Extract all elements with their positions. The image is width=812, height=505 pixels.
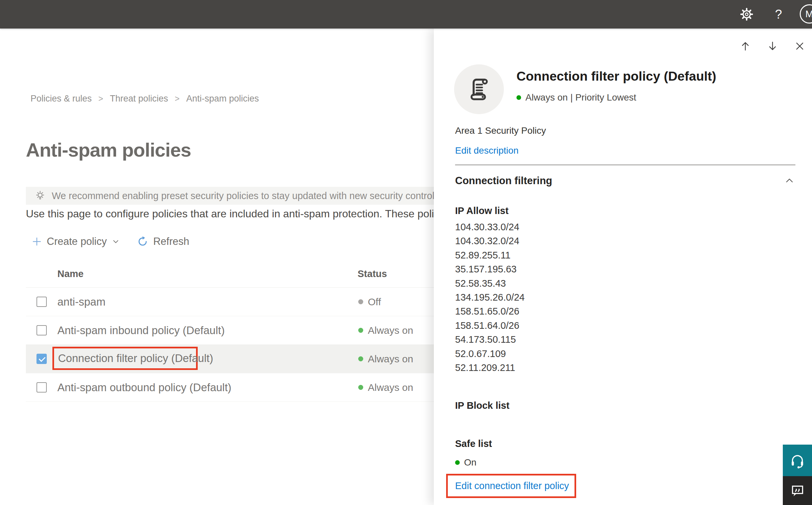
- status-dot: [358, 328, 363, 333]
- panel-title: Connection filter policy (Default): [517, 69, 795, 83]
- column-header-status[interactable]: Status: [358, 269, 387, 279]
- ip-block-list-heading: IP Block list: [455, 400, 510, 411]
- top-app-bar: ? M: [0, 0, 812, 28]
- status-dot-green: [517, 95, 521, 100]
- table-row-inbound-policy[interactable]: Anti-spam inbound policy (Default) Alway…: [26, 316, 444, 345]
- annotation-highlight-box: Edit connection filter policy: [446, 474, 576, 498]
- create-policy-button[interactable]: Create policy: [32, 235, 120, 247]
- policy-name-link[interactable]: Connection filter policy (Default): [58, 352, 213, 365]
- status-cell: Off: [358, 296, 381, 308]
- breadcrumb-separator: >: [175, 94, 180, 104]
- arrow-up-icon: [740, 40, 751, 52]
- ip-allow-list: 104.30.33.0/24 104.30.32.0/24 52.89.255.…: [455, 220, 525, 375]
- status-label: Always on: [368, 325, 413, 336]
- safe-list-status-text: On: [464, 457, 476, 468]
- chevron-down-icon: [112, 237, 120, 245]
- ip-entry: 52.58.35.43: [455, 277, 525, 290]
- policy-name-link[interactable]: Anti-spam outbound policy (Default): [57, 381, 231, 394]
- section-title-connection-filtering: Connection filtering: [455, 175, 552, 187]
- support-button[interactable]: [783, 445, 812, 476]
- help-button[interactable]: ?: [770, 6, 787, 23]
- panel-status-text: Always on | Priority Lowest: [526, 92, 636, 103]
- plus-icon: [32, 236, 42, 246]
- status-dot-green: [455, 460, 460, 465]
- status-label: Always on: [368, 382, 413, 393]
- safe-list-status: On: [455, 457, 476, 468]
- policy-details-panel: Connection filter policy (Default) Alway…: [434, 28, 812, 505]
- next-item-button[interactable]: [766, 40, 779, 52]
- row-checkbox[interactable]: [36, 325, 47, 335]
- feedback-bubble-icon: [790, 483, 805, 498]
- help-icon: ?: [775, 7, 782, 22]
- breadcrumb-anti-spam-policies: Anti-spam policies: [186, 94, 259, 104]
- row-checkbox[interactable]: [36, 354, 47, 364]
- lightbulb-icon: [34, 190, 46, 201]
- avatar-initial: M: [805, 9, 812, 20]
- breadcrumb: Policies & rules > Threat policies > Ant…: [30, 94, 259, 104]
- breadcrumb-policies-rules[interactable]: Policies & rules: [30, 94, 92, 104]
- ip-entry: 134.195.26.0/24: [455, 290, 525, 304]
- page-title: Anti-spam policies: [26, 139, 191, 161]
- table-row-outbound-policy[interactable]: Anti-spam outbound policy (Default) Alwa…: [26, 373, 444, 402]
- ip-entry: 104.30.32.0/24: [455, 234, 525, 248]
- status-label: Off: [368, 296, 381, 308]
- headset-icon: [789, 453, 805, 469]
- status-cell: Always on: [358, 382, 413, 393]
- divider: [455, 165, 795, 165]
- arrow-down-icon: [767, 40, 778, 52]
- status-cell: Always on: [358, 325, 413, 336]
- page-description: Use this page to configure policies that…: [26, 208, 444, 220]
- row-checkbox[interactable]: [36, 382, 47, 392]
- toolbar: Create policy Refresh: [32, 232, 189, 251]
- feedback-button[interactable]: [783, 476, 812, 505]
- ip-entry: 54.173.50.115: [455, 332, 525, 346]
- policy-description-text: Area 1 Security Policy: [455, 126, 546, 136]
- ip-entry: 52.0.67.109: [455, 347, 525, 361]
- ip-entry: 52.11.209.211: [455, 361, 525, 375]
- refresh-icon: [137, 236, 148, 247]
- ip-entry: 158.51.65.0/26: [455, 304, 525, 318]
- panel-status-line: Always on | Priority Lowest: [517, 92, 636, 103]
- policy-table: anti-spam Off Anti-spam inbound policy (…: [26, 288, 444, 402]
- screen: ? M Policies & rules > Threat policies >…: [0, 0, 812, 505]
- ip-entry: 158.51.64.0/26: [455, 319, 525, 332]
- recommendation-banner: We recommend enabling preset security po…: [26, 187, 444, 205]
- status-dot: [358, 385, 363, 390]
- status-dot: [358, 299, 363, 304]
- row-checkbox[interactable]: [36, 297, 47, 307]
- ip-allow-list-heading: IP Allow list: [455, 205, 509, 216]
- close-icon: [794, 41, 805, 51]
- status-dot: [358, 356, 363, 361]
- ip-entry: 35.157.195.63: [455, 262, 525, 276]
- collapse-section-button[interactable]: [783, 174, 796, 187]
- table-header: Name Status: [26, 259, 444, 288]
- table-row-connection-filter-policy[interactable]: Connection filter policy (Default) Alway…: [26, 345, 444, 373]
- status-cell: Always on: [358, 353, 413, 365]
- breadcrumb-threat-policies[interactable]: Threat policies: [110, 94, 168, 104]
- policy-name-link[interactable]: Anti-spam inbound policy (Default): [57, 324, 225, 337]
- panel-nav: [739, 40, 806, 52]
- close-panel-button[interactable]: [793, 40, 806, 52]
- settings-button[interactable]: [738, 6, 755, 23]
- gear-icon: [740, 7, 754, 21]
- previous-item-button[interactable]: [739, 40, 752, 52]
- edit-description-link[interactable]: Edit description: [455, 145, 519, 156]
- ip-entry: 104.30.33.0/24: [455, 220, 525, 234]
- column-header-name[interactable]: Name: [57, 269, 83, 279]
- chevron-up-icon: [785, 176, 794, 185]
- status-label: Always on: [368, 353, 413, 365]
- table-row-anti-spam[interactable]: anti-spam Off: [26, 288, 444, 316]
- banner-text: We recommend enabling preset security po…: [52, 190, 444, 201]
- ip-entry: 52.89.255.11: [455, 248, 525, 262]
- edit-connection-filter-policy-link[interactable]: Edit connection filter policy: [455, 480, 569, 491]
- annotation-highlight-box: Connection filter policy (Default): [52, 347, 198, 370]
- account-avatar[interactable]: M: [800, 4, 812, 24]
- policy-icon-circle: [454, 64, 504, 114]
- refresh-button[interactable]: Refresh: [137, 235, 189, 247]
- breadcrumb-separator: >: [98, 94, 104, 104]
- safe-list-heading: Safe list: [455, 438, 492, 449]
- scroll-policy-icon: [465, 75, 493, 104]
- policy-name-link[interactable]: anti-spam: [57, 296, 106, 308]
- refresh-label: Refresh: [153, 235, 189, 247]
- create-policy-label: Create policy: [47, 235, 107, 247]
